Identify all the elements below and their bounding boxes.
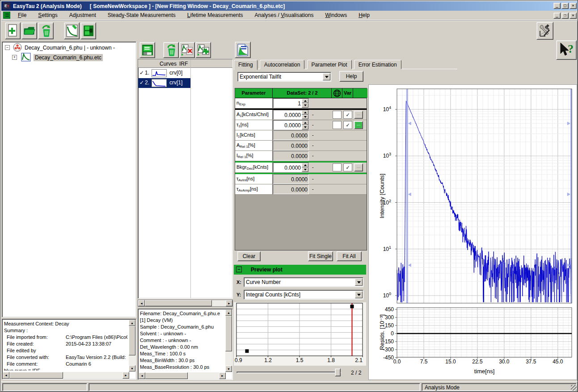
collapse-section-toggle[interactable]: − (236, 267, 242, 272)
open-folder-icon (23, 25, 36, 37)
tab-autocorrelation[interactable]: Autocorrelation (260, 60, 305, 69)
delete-button[interactable] (38, 22, 54, 39)
curve-check[interactable]: ✓ (139, 70, 144, 76)
context-help-button[interactable]: ? (556, 40, 577, 60)
param-spinner[interactable] (302, 121, 308, 129)
tree-collapse-toggle[interactable]: − (5, 45, 10, 50)
menu-help[interactable]: Help (353, 11, 375, 20)
file-info-vscrollbar[interactable]: ▲ ▼ (225, 309, 232, 372)
cut-curve-to-clipboard-button[interactable] (179, 42, 195, 58)
param-var-checkbox[interactable]: ✓ (343, 121, 352, 129)
measurement-info-line: File created:2015-04-23 13:38:07 (4, 341, 127, 347)
dataset-pager: 2 / 2 (351, 370, 361, 376)
param-row: τAvAmp[ns]0.0000- (235, 184, 367, 195)
mdi-close-button[interactable]: ✕ (570, 13, 577, 19)
param-spinner[interactable] (302, 110, 308, 119)
preview-data-point[interactable] (350, 304, 354, 308)
tab-parameter-plot[interactable]: Parameter Plot (307, 60, 352, 69)
param-value-input[interactable]: 0.0000 (273, 163, 309, 172)
easyfit-button[interactable] (80, 22, 96, 39)
curve-list-item[interactable]: ✓1.crv[0] (138, 68, 190, 78)
fit-window-icon (66, 24, 78, 38)
dataset-slider-handle[interactable] (335, 368, 341, 376)
measurement-info-vscrollbar[interactable]: ▲ ▼ (129, 320, 135, 371)
paste-curve-from-clipboard-button[interactable] (195, 42, 211, 58)
preview-y-select[interactable]: Integral Counts [kCnts] (244, 290, 363, 300)
preview-x-select[interactable]: Curve Number (244, 277, 363, 287)
curves-list-hscrollbar[interactable]: ◄► (138, 300, 233, 307)
curve-list-item[interactable]: ✓2.crv[1] (138, 78, 190, 88)
menu-windows[interactable]: Windows (319, 11, 353, 20)
curve-check[interactable]: ✓ (139, 79, 144, 86)
tab-fitting[interactable]: Fitting (234, 60, 257, 70)
status-panel-1 (2, 383, 87, 391)
param-global-checkbox[interactable] (333, 121, 342, 129)
help-cursor-icon: ? (558, 42, 575, 58)
tree-child-label[interactable]: Decay_Coumarin_6.phu.etc (34, 54, 103, 61)
analysis-tools-button[interactable] (536, 22, 553, 40)
tree-expand-toggle[interactable]: + (12, 55, 17, 60)
measurement-info-line: File comment:Coumarin 6 (4, 361, 127, 367)
tab-error-estimation[interactable]: Error Estimation (354, 60, 401, 69)
new-fitting-window-button[interactable] (64, 22, 80, 39)
dataset-slider[interactable] (236, 368, 341, 376)
minimize-button[interactable]: _ (553, 3, 561, 9)
param-value-input[interactable]: 1 (273, 98, 309, 108)
toggle-info-panel-button[interactable] (139, 42, 155, 58)
tree-root-label[interactable]: Decay_Coumarin_6.phu | - unknown - (25, 45, 115, 51)
curves-column-header[interactable]: Curves (160, 61, 177, 67)
param-value-input[interactable]: 0.0000 (273, 110, 309, 120)
preview-data-point[interactable] (245, 349, 249, 353)
preview-x-dropdown-arrow[interactable] (355, 279, 363, 286)
measurement-info-hscrollbar[interactable]: ◄► (3, 372, 129, 379)
param-spinner[interactable] (302, 99, 308, 108)
menu-adjustment[interactable]: Adjustment (63, 11, 102, 20)
param-var-checkbox[interactable]: ✓ (343, 163, 352, 171)
cursor-marker[interactable] (408, 121, 411, 125)
open-workspace-button[interactable] (21, 22, 37, 39)
svg-text:37.5: 37.5 (526, 359, 536, 365)
cursor-marker[interactable] (408, 263, 411, 267)
fit-single-button[interactable]: Fit Single (308, 251, 333, 261)
svg-text:45.0: 45.0 (553, 359, 563, 365)
mdi-restore-button[interactable]: ❐ (561, 13, 569, 19)
param-global-checkbox[interactable] (333, 163, 342, 171)
file-info-hscrollbar[interactable]: ◄► (139, 372, 226, 379)
curve-label[interactable]: crv[0] (169, 70, 182, 76)
menu-analyses-visualisations[interactable]: Analyses / Visualisations (249, 11, 320, 20)
param-value-input[interactable]: 0.0000 (273, 120, 309, 130)
preview-x-value: Curve Number (244, 279, 354, 285)
title-bar[interactable]: Eτ EasyTau 2 (Analysis Mode) [ SomeNewWo… (1, 1, 578, 11)
clear-button[interactable]: Clear (237, 251, 261, 261)
preview-y-dropdown-arrow[interactable] (355, 291, 363, 298)
mdi-minimize-button[interactable]: _ (553, 13, 561, 19)
measurement-info-line: Measurement Context: Decay (4, 321, 127, 327)
plot-cursor[interactable] (406, 89, 408, 303)
fit-all-button[interactable]: Fit All (337, 251, 362, 261)
report-button[interactable] (235, 42, 251, 58)
close-button[interactable]: ✕ (570, 3, 577, 9)
fit-model-select[interactable]: Exponential Tailfit (237, 72, 331, 82)
param-var-checkbox[interactable]: ✓ (343, 111, 352, 119)
menu-steady-state-measurements[interactable]: Steady-State Measurements (102, 11, 181, 20)
menu-settings[interactable]: Settings (32, 11, 63, 20)
remove-curve-button[interactable] (163, 42, 179, 58)
menu-lifetime-measurements[interactable]: Lifetime Measurements (181, 11, 249, 20)
info-panel-icon (142, 44, 153, 56)
resize-grip[interactable] (571, 385, 577, 391)
param-options-button[interactable]: ... (354, 111, 363, 119)
maximize-button[interactable]: □ (561, 3, 569, 9)
param-spinner[interactable] (302, 163, 308, 172)
irf-column-header[interactable]: IRF (179, 61, 188, 67)
fit-model-dropdown-arrow[interactable] (323, 73, 330, 80)
header-global[interactable] (332, 88, 342, 98)
param-options-button[interactable]: ... (354, 121, 363, 129)
decay-and-residuals-plot[interactable]: 1001011021031044503001500-150-300-4500.0… (369, 85, 577, 379)
param-global-checkbox[interactable] (333, 111, 342, 119)
help-button[interactable]: Help (339, 71, 363, 82)
new-file-button[interactable] (5, 22, 21, 39)
curve-label[interactable]: crv[1] (169, 79, 182, 86)
cursor-marker[interactable] (408, 192, 411, 196)
menu-file[interactable]: File (12, 11, 32, 20)
param-options-button[interactable]: ... (354, 163, 363, 171)
